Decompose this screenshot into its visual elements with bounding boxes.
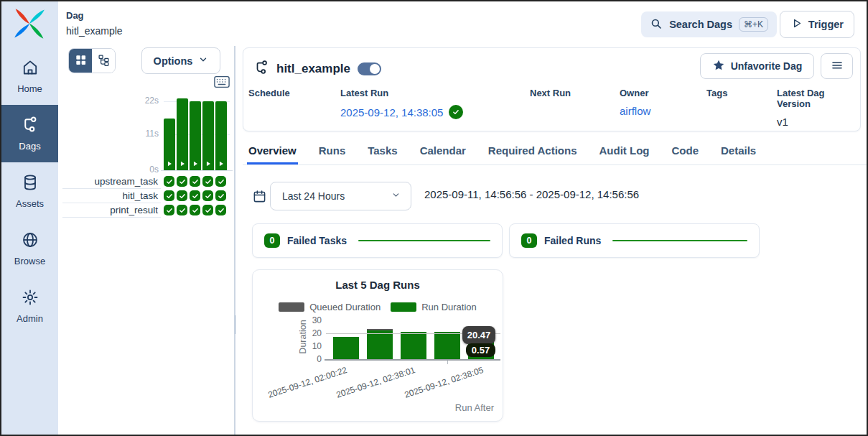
task-instance-success[interactable] <box>164 176 174 187</box>
task-instance-success[interactable] <box>164 205 174 215</box>
run-duration-segment <box>401 332 426 359</box>
tab-runs[interactable]: Runs <box>317 138 347 164</box>
options-label: Options <box>154 55 193 67</box>
search-shortcut-badge: ⌘+K <box>739 17 768 32</box>
sidebar: HomeDagsAssetsBrowseAdmin <box>1 1 58 435</box>
field-label: Latest Run <box>340 88 463 98</box>
dag-field-latest-dag-version: Latest Dag Versionv1 <box>777 88 860 128</box>
dag-tabs: OverviewRunsTasksCalendarRequired Action… <box>243 138 867 165</box>
graph-icon <box>98 54 110 68</box>
task-instance-success[interactable] <box>202 190 213 201</box>
tab-audit-log[interactable]: Audit Log <box>597 138 650 164</box>
task-instance-success[interactable] <box>190 176 200 187</box>
tab-details[interactable]: Details <box>719 138 757 164</box>
dag-pause-toggle[interactable] <box>358 62 381 75</box>
chart-y-tick: 30 <box>297 315 322 325</box>
stat-sparkline <box>612 240 747 241</box>
stat-count-badge: 0 <box>264 233 280 248</box>
field-value[interactable]: airflow <box>620 105 650 117</box>
task-instance-success[interactable] <box>215 205 226 215</box>
task-label-upstream-task[interactable]: upstream_task <box>62 175 161 189</box>
task-instance-success[interactable] <box>177 176 187 187</box>
tab-calendar[interactable]: Calendar <box>419 138 467 164</box>
time-range-text: 2025-09-11, 14:56:56 - 2025-09-12, 14:56… <box>424 188 639 200</box>
sidebar-item-home[interactable]: Home <box>1 47 58 105</box>
chevron-down-icon <box>391 190 401 202</box>
chart-bar-run-3[interactable] <box>401 332 426 359</box>
unfavorite-dag-button[interactable]: Unfavorite Dag <box>700 53 814 79</box>
stat-card-failed-runs[interactable]: 0Failed Runs <box>509 223 760 258</box>
task-instance-success[interactable] <box>202 205 213 215</box>
field-value: v1 <box>777 116 860 128</box>
app-header: Dag hitl_example Search Dags ⌘+K Trigger <box>58 1 867 46</box>
chart-x-axis-label: Run After <box>455 402 494 413</box>
legend-swatch <box>391 302 416 312</box>
tab-code[interactable]: Code <box>670 138 700 164</box>
dag-run-bar[interactable] <box>164 119 175 170</box>
stat-card-failed-tasks[interactable]: 0Failed Tasks <box>252 223 503 258</box>
home-icon <box>22 59 39 79</box>
task-instance-success[interactable] <box>215 176 226 187</box>
breadcrumb: Dag <box>66 10 84 21</box>
dag-field-latest-run: Latest Run2025-09-12, 14:38:05 <box>340 88 463 119</box>
sidebar-item-dags[interactable]: Dags <box>1 105 58 162</box>
grid-view-button[interactable] <box>69 49 92 73</box>
field-label: Owner <box>620 88 650 98</box>
tab-overview[interactable]: Overview <box>247 138 298 164</box>
sidebar-item-label: Assets <box>16 198 44 209</box>
last-5-dag-runs-card: Last 5 Dag Runs Queued DurationRun Durat… <box>252 269 503 422</box>
task-instance-success[interactable] <box>177 190 187 201</box>
keyboard-shortcuts-icon[interactable] <box>214 75 230 91</box>
dag-title: hitl_example <box>276 62 350 76</box>
play-icon <box>790 17 803 32</box>
sidebar-item-browse[interactable]: Browse <box>1 220 58 277</box>
dag-run-bar[interactable] <box>202 101 214 170</box>
sidebar-item-label: Home <box>17 83 42 94</box>
assets-icon <box>22 174 39 194</box>
dag-menu-button[interactable] <box>821 53 853 79</box>
task-instance-success[interactable] <box>202 176 213 187</box>
airflow-logo[interactable] <box>11 7 47 40</box>
trigger-button[interactable]: Trigger <box>780 11 854 38</box>
hamburger-icon <box>831 59 844 74</box>
field-label: Next Run <box>530 88 571 98</box>
chart-bar-run-4[interactable] <box>434 332 460 359</box>
chart-legend: Queued DurationRun Duration <box>253 302 503 312</box>
play-icon <box>166 160 173 167</box>
search-dags-button[interactable]: Search Dags ⌘+K <box>641 11 777 37</box>
sidebar-item-label: Dags <box>19 141 40 152</box>
time-range-selected: Last 24 Hours <box>282 190 391 202</box>
task-instance-success[interactable] <box>177 205 187 215</box>
breadcrumb-dag-name: hitl_example <box>66 25 123 37</box>
task-instance-success[interactable] <box>190 205 200 215</box>
options-button[interactable]: Options <box>141 47 220 74</box>
task-label-print-result[interactable]: print_result <box>62 203 161 218</box>
dag-run-bar[interactable] <box>190 101 201 170</box>
field-value[interactable]: 2025-09-12, 14:38:05 <box>340 105 463 119</box>
chart-bar-run-1[interactable] <box>333 337 359 359</box>
tab-required-actions[interactable]: Required Actions <box>487 138 579 164</box>
task-label-hitl-task[interactable]: hitl_task <box>62 189 161 203</box>
sidebar-item-admin[interactable]: Admin <box>1 277 58 335</box>
task-instance-success[interactable] <box>215 190 226 201</box>
tooltip-run-duration-value: 20.47 <box>462 326 495 344</box>
dag-field-schedule: Schedule <box>248 88 290 98</box>
legend-item-queued-duration[interactable]: Queued Duration <box>279 302 381 312</box>
legend-item-run-duration[interactable]: Run Duration <box>391 302 477 312</box>
dag-header-card: hitl_example Unfavorite Dag Schedule <box>243 47 861 131</box>
sidebar-item-assets[interactable]: Assets <box>1 162 58 220</box>
graph-view-button[interactable] <box>92 49 115 73</box>
dag-run-bar[interactable] <box>215 101 227 170</box>
dag-run-bar[interactable] <box>177 98 188 170</box>
chevron-down-icon <box>198 55 208 67</box>
tab-tasks[interactable]: Tasks <box>366 138 398 164</box>
stat-label: Failed Runs <box>544 235 601 246</box>
run-duration-segment <box>434 332 460 359</box>
chart-title: Last 5 Dag Runs <box>253 279 503 291</box>
legend-label: Run Duration <box>421 302 477 312</box>
time-range-select[interactable]: Last 24 Hours <box>270 182 411 210</box>
play-icon <box>205 160 212 167</box>
play-icon <box>192 160 199 167</box>
task-instance-success[interactable] <box>164 190 174 201</box>
task-instance-success[interactable] <box>190 190 200 201</box>
